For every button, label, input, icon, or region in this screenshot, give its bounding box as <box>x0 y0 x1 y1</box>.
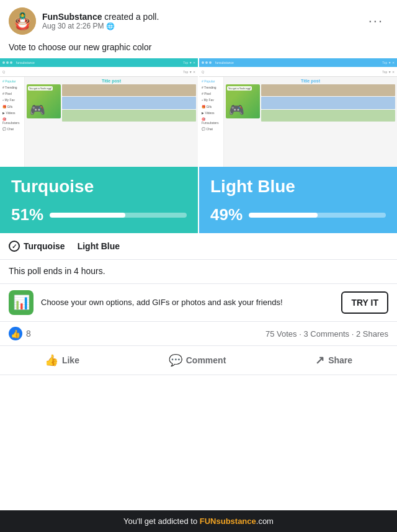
lightblue-bar-fill <box>249 213 317 218</box>
thumb-5 <box>261 97 395 109</box>
screenshot-right: funsubstance Top ▼ ✕ Q Top ▼ ✕ # Popular… <box>199 58 397 167</box>
promo-banner: 📊 Choose your own options, add GIFs or p… <box>0 284 397 322</box>
like-button[interactable]: 👍 Like <box>32 348 92 372</box>
turquoise-label: Turquoise <box>11 177 187 197</box>
share-button[interactable]: ↗ Share <box>303 348 365 372</box>
comment-button[interactable]: 💬 Comment <box>156 348 239 372</box>
like-icon: 👍 <box>9 327 22 340</box>
globe-icon: 🌐 <box>106 22 115 30</box>
post-text: Vote to choose our new graphic color <box>0 40 397 58</box>
brand-label-left: funsubstance <box>16 61 35 64</box>
turquoise-bar-fill <box>50 213 125 218</box>
thumb-grid-left <box>62 84 196 122</box>
poll-option-lightblue[interactable]: Light Blue <box>78 241 120 252</box>
poll-images: funsubstance Top ▼ ✕ Q Top ▼ ✕ # Popular… <box>0 58 397 167</box>
game-image-left: You got a Yoshi egg! <box>27 84 61 118</box>
like-action-icon: 👍 <box>45 353 58 367</box>
screenshot-nav-left: Q Top ▼ ✕ <box>0 67 198 77</box>
main-left: Title post You got a Yoshi egg! <box>25 77 198 167</box>
screenshot-left: funsubstance Top ▼ ✕ Q Top ▼ ✕ # Popular… <box>0 58 199 167</box>
screenshot-nav-right: Q Top ▼ ✕ <box>199 67 397 77</box>
main-right: Title post You got a Yoshi egg! <box>224 77 397 167</box>
avatar <box>9 7 36 35</box>
poll-colors: Turquoise 51% Light Blue 49% <box>0 167 397 233</box>
poll-ends: This poll ends in 4 hours. <box>0 260 397 284</box>
lightblue-label: Light Blue <box>210 177 386 197</box>
comment-action-icon: 💬 <box>169 353 182 367</box>
lightblue-pct: 49% <box>210 205 386 224</box>
post-meta: FunSubstance created a poll. Aug 30 at 2… <box>42 12 159 30</box>
sidebar-right: # Popular # Trending # Pixel ⭑ My Fav 🎁 … <box>199 77 224 167</box>
poll-options: ✓ Turquoise Light Blue <box>0 233 397 260</box>
turquoise-pct: 51% <box>11 205 187 224</box>
thumb-3 <box>62 110 196 122</box>
promo-text: Choose your own options, add GIFs or pho… <box>41 298 334 308</box>
reactions-row: 👍 8 75 Votes · 3 Comments · 2 Shares <box>0 322 397 346</box>
poll-color-lightblue[interactable]: Light Blue 49% <box>199 167 397 233</box>
thumb-2 <box>62 97 196 109</box>
reactions-stats: 75 Votes · 3 Comments · 2 Shares <box>265 329 388 339</box>
share-action-icon: ↗ <box>315 353 324 367</box>
promo-icon: 📊 <box>9 290 33 315</box>
thumb-1 <box>62 84 196 96</box>
reactions-left: 👍 8 <box>9 327 31 340</box>
post-header: FunSubstance created a poll. Aug 30 at 2… <box>0 0 397 40</box>
author-name: FunSubstance <box>42 12 102 22</box>
game-image-right: You got a Yoshi egg! <box>226 84 260 118</box>
lightblue-bar <box>249 213 386 218</box>
check-icon: ✓ <box>9 241 20 252</box>
post-time: Aug 30 at 2:26 PM 🌐 <box>42 22 159 30</box>
more-options-button[interactable]: ··· <box>364 11 388 32</box>
thumb-6 <box>261 110 395 122</box>
brand-name: FUNsubstance <box>200 516 256 526</box>
post-action: created a poll. <box>102 12 159 22</box>
thumb-4 <box>261 84 395 96</box>
action-buttons: 👍 Like 💬 Comment ↗ Share <box>0 346 397 375</box>
poll-option-turquoise[interactable]: ✓ Turquoise <box>9 241 65 252</box>
poll-color-turquoise[interactable]: Turquoise 51% <box>0 167 199 233</box>
reaction-count: 8 <box>26 329 31 339</box>
thumb-grid-right <box>261 84 395 122</box>
footer-bar: You'll get addicted to FUNsubstance.com <box>0 510 397 532</box>
try-it-button[interactable]: TRY IT <box>341 291 388 314</box>
sidebar-left: # Popular # Trending # Pixel ⭑ My Fav 🎁 … <box>0 77 25 167</box>
turquoise-bar <box>50 213 187 218</box>
post-author: FunSubstance created a poll. <box>42 12 159 22</box>
